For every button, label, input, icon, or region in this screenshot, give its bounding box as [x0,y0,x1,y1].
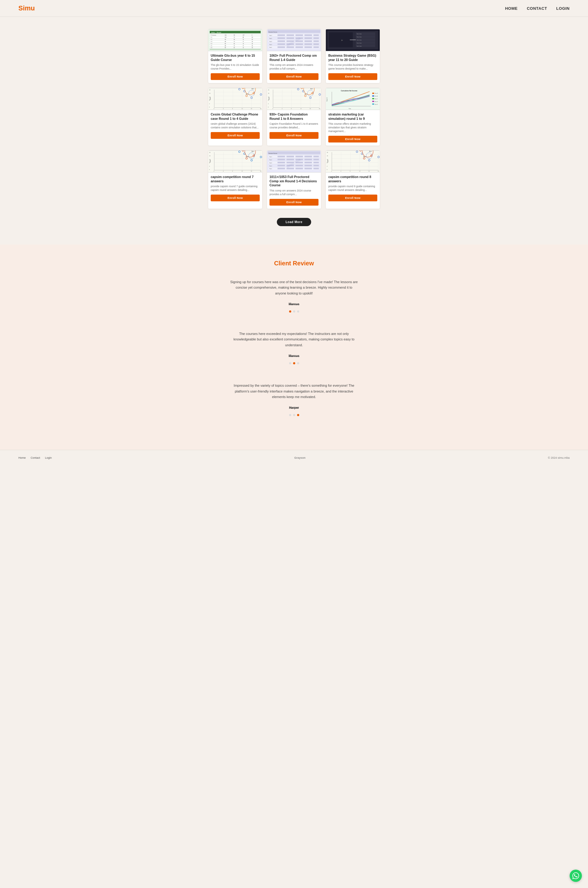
course-card-1: Indus... Jboard F Company 114 90 127 4 S… [208,29,262,83]
svg-rect-202 [372,98,374,99]
svg-rect-200 [372,95,374,96]
review-text-1: Signing up for courses here was one of t… [230,279,358,296]
svg-text:S 3: S 3 [211,41,212,42]
main-nav: HOMECONTACTLOGIN [505,6,570,11]
dot-2-review-2[interactable] [293,362,295,364]
footer-nav-link-home[interactable]: Home [18,456,26,459]
dot-3-review-3[interactable] [297,414,299,416]
svg-text:8: 8 [232,170,233,172]
course-image-7: 048121620 048121620 Size Apex Apex [208,150,262,173]
course-desc-4: cesim global challenge answers (2024) co… [211,122,260,129]
svg-text:77: 77 [243,45,244,47]
course-card-9: 048121620 048121620 Size Apex Apex capsi… [326,150,380,209]
svg-rect-31 [210,43,261,44]
enroll-button-2[interactable]: Enroll Now [270,73,318,80]
footer-logo-text: Grayson [294,456,306,459]
dot-3-review-2[interactable] [297,362,299,364]
load-more-button[interactable]: Load More [277,218,311,226]
svg-text:71: 71 [234,45,235,47]
nav-link-login[interactable]: LOGIN [556,6,570,11]
enroll-button-1[interactable]: Enroll Now [211,73,260,80]
site-logo: Simu [18,4,35,12]
svg-text:35: 35 [252,47,253,48]
enroll-button-4[interactable]: Enroll Now [211,132,260,139]
nav-link-contact[interactable]: CONTACT [527,6,547,11]
svg-text:Row 5: Row 5 [270,47,272,48]
svg-text:Apex: Apex [310,88,313,89]
svg-text:60: 60 [252,37,253,38]
svg-rect-276 [304,162,312,163]
svg-text:S 6: S 6 [211,47,212,48]
dot-1-review-1[interactable] [289,310,291,313]
svg-text:Firm E: Firm E [375,104,378,105]
svg-text:8: 8 [291,108,291,110]
svg-text:82: 82 [225,43,226,44]
footer-nav-link-contact[interactable]: Contact [31,456,40,459]
course-desc-3: This course provides business strategy g… [328,63,377,71]
dot-2-review-1[interactable] [293,310,295,313]
course-image-5: 048121620 048121620 Size Apex Apex [267,88,321,110]
svg-text:Row 2: Row 2 [270,38,272,39]
enroll-button-8[interactable]: Enroll Now [270,199,318,206]
svg-text:Row 4: data: Row 4: data [357,43,362,44]
svg-rect-265 [278,159,285,160]
svg-text:77: 77 [243,41,244,42]
course-desc-2: This comp xm answers 2024 Answers provid… [270,63,318,71]
svg-rect-283 [296,165,303,167]
svg-text:12: 12 [300,108,302,110]
course-title-4: Cesim Global Challenge Phone case Round … [211,113,260,121]
svg-rect-260 [304,156,312,157]
course-image-3: ▶ Row 1: data Row 2: data Row 3: data Ro… [326,29,380,51]
svg-text:Decision Scores: Decision Scores [268,153,277,154]
course-image-6: Cumulative Net Income Firm B Firm A Firm… [326,88,380,110]
svg-text:Cumulative Net Income: Cumulative Net Income [341,90,357,92]
svg-text:Firm B: Firm B [375,93,378,94]
load-more-container: Load More [208,218,380,226]
dot-2-review-3[interactable] [293,414,295,416]
footer-nav-link-login[interactable]: Login [45,456,52,459]
footer-copyright: © 2024 simu.mba [548,456,570,459]
course-body-5: 930+ Capsim Foundation Round 1 to 8 Answ… [267,110,321,142]
svg-text:Apex: Apex [363,156,366,157]
review-section: Client Review Signing up for courses her… [0,245,588,450]
dot-1-review-3[interactable] [289,414,291,416]
svg-rect-75 [278,41,285,42]
enroll-button-9[interactable]: Enroll Now [328,195,377,201]
svg-text:71: 71 [234,41,235,42]
svg-rect-257 [278,156,285,157]
svg-text:Apex: Apex [369,150,372,152]
review-author-3: Harper [230,406,358,409]
course-body-1: Ultimate Glo-bus year 6 to 15 Guide Cour… [208,51,262,83]
svg-rect-87 [314,44,319,45]
course-card-2: Decision Scores Row 1 Row 2 Row 3 [267,29,321,83]
course-grid: Indus... Jboard F Company 114 90 127 4 S… [208,29,380,209]
svg-rect-24 [210,41,261,42]
svg-text:90: 90 [234,35,235,36]
svg-rect-94 [304,47,312,48]
course-body-6: stratsim marketing (car simulation) roun… [326,110,380,146]
svg-rect-284 [304,165,312,167]
site-header: Simu HOMECONTACTLOGIN [0,0,588,17]
review-dots-1 [230,310,358,313]
dot-3-review-1[interactable] [297,310,299,313]
nav-link-home[interactable]: HOME [505,6,518,11]
svg-text:Size: Size [268,97,270,100]
svg-text:12: 12 [242,170,243,172]
course-title-9: capsim competition round 8 answers [328,175,377,183]
svg-text:Firm A: Firm A [375,96,378,97]
enroll-button-5[interactable]: Enroll Now [270,132,318,139]
dot-1-review-2[interactable] [289,362,291,364]
review-item-2: The courses here exceeded my expectation… [230,331,358,364]
svg-text:Row 3: Row 3 [270,41,272,42]
course-title-3: Business Strategy Game (BSG) year 11 to … [328,54,377,62]
svg-rect-45 [210,47,261,49]
svg-text:16: 16 [327,155,328,156]
course-image-8: Decision Scores Row 1 Row 2 Row 3 [267,150,321,173]
course-card-8: Decision Scores Row 1 Row 2 Row 3 [267,150,321,209]
enroll-button-7[interactable]: Enroll Now [211,195,260,201]
enroll-button-3[interactable]: Enroll Now [328,73,377,80]
svg-text:82: 82 [225,47,226,48]
svg-text:72: 72 [243,47,244,48]
svg-text:Apex: Apex [246,93,249,95]
enroll-button-6[interactable]: Enroll Now [328,136,377,143]
